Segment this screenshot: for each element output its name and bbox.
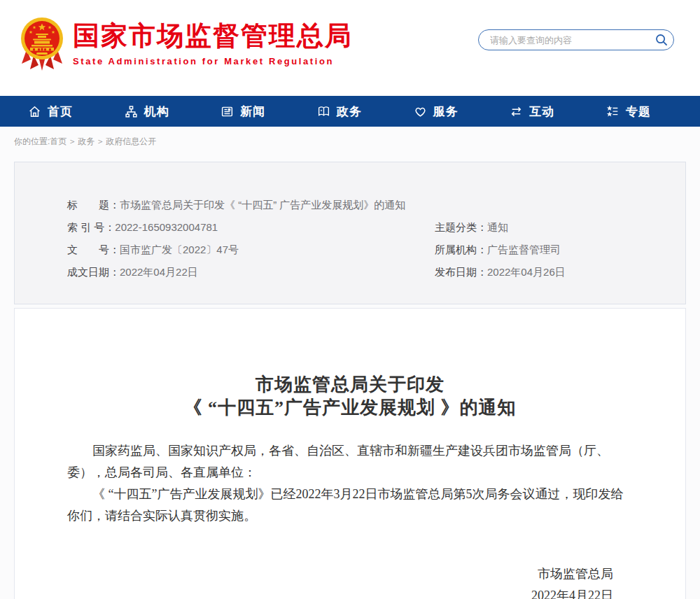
document-content: 市场监管总局关于印发 《 “十四五”广告产业发展规划 》的通知 国家药监局、国家… xyxy=(14,308,686,599)
signature-name: 市场监管总局 xyxy=(67,563,613,585)
breadcrumb-prefix: 你的位置: xyxy=(14,136,50,146)
document-body: 国家药监局、国家知识产权局，各省、自治区、直辖市和新疆生产建设兵团市场监管局（厅… xyxy=(67,440,633,527)
interact-arrows-icon xyxy=(510,105,523,118)
nav-label: 服务 xyxy=(433,104,458,120)
nav-label: 首页 xyxy=(48,104,73,120)
site-brand: 国家市场监督管理总局 State Administration for Mark… xyxy=(73,20,353,66)
meta-category-label: 主题分类： xyxy=(435,220,487,235)
nav-item-news[interactable]: 新闻 xyxy=(220,104,265,120)
meta-docnum-value: 国市监广发〔2022〕47号 xyxy=(120,242,239,258)
national-emblem-icon[interactable] xyxy=(20,16,64,71)
breadcrumb-separator: ＞ xyxy=(68,136,76,146)
nav-item-org[interactable]: 机构 xyxy=(125,104,169,120)
news-icon xyxy=(220,105,234,118)
topics-star-list-icon xyxy=(606,105,620,118)
meta-agency-label: 所属机构： xyxy=(435,242,487,258)
search-icon[interactable] xyxy=(650,30,673,50)
breadcrumb-separator: ＞ xyxy=(96,136,104,146)
breadcrumb-link-gov[interactable]: 政务 xyxy=(78,136,94,146)
meta-row-title: 标 题： 市场监管总局关于印发《 “十四五” 广告产业发展规划》的通知 xyxy=(67,197,633,213)
nav-label: 互动 xyxy=(529,104,554,120)
main-nav: 首页 机构 新闻 政务 xyxy=(0,96,700,127)
signature-date: 2022年4月22日 xyxy=(67,585,613,599)
breadcrumb-link-home[interactable]: 首页 xyxy=(50,136,66,146)
document-title-line1: 市场监管总局关于印发 xyxy=(67,373,633,396)
org-icon xyxy=(125,105,138,118)
site-title-en: State Administration for Market Regulati… xyxy=(73,56,353,66)
breadcrumb-current: 政府信息公开 xyxy=(106,136,156,146)
nav-label: 政务 xyxy=(337,104,362,120)
site-header: 国家市场监督管理总局 State Administration for Mark… xyxy=(0,0,700,96)
document-title-line2: 《 “十四五”广告产业发展规划 》的通知 xyxy=(67,396,633,419)
search-box xyxy=(478,29,674,50)
meta-index-value: 2022-1650932004781 xyxy=(115,220,218,235)
meta-row-docnum: 文 号： 国市监广发〔2022〕47号 所属机构： 广告监督管理司 xyxy=(67,242,633,258)
service-heart-icon xyxy=(414,105,427,118)
meta-title-label: 标 题： xyxy=(67,197,120,213)
meta-agency-value: 广告监督管理司 xyxy=(487,242,561,258)
meta-publish-date-value: 2022年04月26日 xyxy=(487,265,566,280)
meta-written-date-value: 2022年04月22日 xyxy=(120,265,198,280)
meta-category-value: 通知 xyxy=(487,220,508,235)
nav-item-interact[interactable]: 互动 xyxy=(510,104,554,120)
nav-item-home[interactable]: 首页 xyxy=(28,104,73,120)
document-paragraph: 《 “十四五”广告产业发展规划》已经2022年3月22日市场监管总局第5次局务会… xyxy=(67,484,633,527)
site-title-cn: 国家市场监督管理总局 xyxy=(73,20,353,52)
nav-label: 新闻 xyxy=(240,104,265,120)
nav-label: 机构 xyxy=(144,104,169,120)
meta-index-label: 索 引 号： xyxy=(67,220,115,235)
document-signature: 市场监管总局 2022年4月22日 xyxy=(67,563,633,599)
meta-docnum-label: 文 号： xyxy=(67,242,120,258)
search-input[interactable] xyxy=(479,35,650,45)
home-icon xyxy=(28,105,41,118)
nav-item-topics[interactable]: 专题 xyxy=(606,104,651,120)
meta-title-value: 市场监管总局关于印发《 “十四五” 广告产业发展规划》的通知 xyxy=(120,197,405,213)
meta-row-index: 索 引 号： 2022-1650932004781 主题分类： 通知 xyxy=(67,220,633,235)
nav-label: 专题 xyxy=(626,104,651,120)
nav-item-service[interactable]: 服务 xyxy=(414,104,458,120)
breadcrumb: 你的位置:首页＞政务＞政府信息公开 xyxy=(0,127,700,152)
meta-publish-date-label: 发布日期： xyxy=(435,265,487,280)
nav-item-gov[interactable]: 政务 xyxy=(317,104,362,120)
meta-written-date-label: 成文日期： xyxy=(67,265,120,280)
gov-affairs-icon xyxy=(317,105,330,118)
meta-row-dates: 成文日期： 2022年04月22日 发布日期： 2022年04月26日 xyxy=(67,265,633,280)
document-meta-panel: 标 题： 市场监管总局关于印发《 “十四五” 广告产业发展规划》的通知 索 引 … xyxy=(14,162,686,304)
document-paragraph: 国家药监局、国家知识产权局，各省、自治区、直辖市和新疆生产建设兵团市场监管局（厅… xyxy=(67,440,633,484)
document-title: 市场监管总局关于印发 《 “十四五”广告产业发展规划 》的通知 xyxy=(67,373,633,419)
